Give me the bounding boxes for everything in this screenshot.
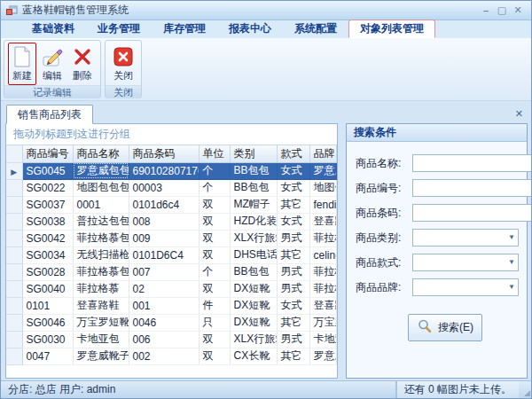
table-cell[interactable]: 女式 [277,179,309,196]
table-cell[interactable]: 其它 [277,246,309,263]
table-cell[interactable]: 0101 [22,297,73,314]
table-cell[interactable]: 双 [199,280,230,297]
table-cell[interactable]: DX短靴 [230,297,277,314]
table-cell[interactable]: 女式 [277,162,309,179]
column-header[interactable]: 品牌 [309,145,337,162]
table-cell[interactable]: 0046 [129,314,199,331]
column-header[interactable]: 商品编号 [22,145,73,162]
ribbon-tab[interactable]: 系统配置 [283,20,348,38]
table-cell[interactable]: BB包包 [230,263,277,280]
table-cell[interactable]: 登喜路 [309,297,337,314]
window-close-button[interactable]: ✕ [510,4,526,16]
column-header[interactable]: 商品条码 [129,145,199,162]
table-cell[interactable]: 男式 [277,230,309,246]
table-row[interactable]: 0101登喜路鞋001件DX短靴女式登喜路 [6,297,337,314]
table-cell[interactable]: 男式 [277,331,309,348]
table-row[interactable]: SG0022地图包包包00003个BB包包女式地图包 [6,179,337,196]
table-cell[interactable]: 件 [199,297,230,314]
table-cell[interactable]: 02 [129,280,199,297]
table-cell[interactable]: 0101D6C4 [129,246,199,263]
toolbar-button[interactable]: 新建 [8,43,36,85]
table-cell[interactable]: SG0030 [22,331,73,348]
toolbar-button[interactable]: 编辑 [38,43,66,85]
table-cell[interactable]: 地图包 [309,179,337,196]
table-row[interactable]: ▶SG0045罗意威包包6901028071765个BB包包女式罗意威 [6,162,337,179]
table-cell[interactable]: 其它 [277,314,309,331]
search-select[interactable]: ▼ [412,278,519,296]
table-cell[interactable]: SG0022 [22,179,73,196]
table-row[interactable]: SG0034无线扫描枪0101D6C4双DHS电话绳其它celine [6,246,337,263]
table-cell[interactable]: 个 [199,162,230,179]
table-row[interactable]: SG0030卡地亚包006双XLX行旅箱男式卡地亚 [6,331,337,348]
table-cell[interactable]: SG0040 [22,280,73,297]
search-input[interactable] [412,179,532,197]
table-cell[interactable]: 万宝罗短靴 [73,314,129,331]
table-cell[interactable]: 只 [199,314,230,331]
table-cell[interactable]: 6901028071765 [129,162,199,179]
minimize-button[interactable]: – [478,5,494,16]
table-row[interactable]: SG0042菲拉格慕包包009双XLX行旅箱男式菲拉格慕 [6,230,337,246]
table-cell[interactable]: 地图包包包 [73,179,129,196]
table-cell[interactable]: SG0034 [22,246,73,263]
toolbar-button[interactable]: 删除 [68,43,97,85]
ribbon-tab[interactable]: 报表中心 [217,20,283,38]
table-row[interactable]: SG0046万宝罗短靴0046只DX短靴其它万宝罗 [6,314,337,331]
table-cell[interactable]: 菲拉格慕包包 [73,230,129,246]
table-cell[interactable]: BB包包 [230,179,277,196]
table-cell[interactable]: 双 [199,230,230,246]
table-cell[interactable]: XLX行旅箱 [230,230,277,246]
search-select[interactable]: ▼ [412,229,519,246]
table-cell[interactable]: 00003 [129,179,199,196]
column-header[interactable]: 商品名称 [73,145,129,162]
search-input[interactable] [412,154,532,172]
toolbar-button[interactable]: 关闭 [109,43,137,85]
table-cell[interactable]: DHS电话绳 [230,246,277,263]
table-cell[interactable]: 0001 [73,196,129,213]
column-header[interactable]: 类别 [230,145,277,162]
table-cell[interactable]: 007 [129,263,199,280]
document-tab[interactable]: 销售商品列表 [6,105,93,124]
table-cell[interactable]: 0047 [22,348,73,364]
table-cell[interactable]: 罗意威靴子 [73,348,129,364]
table-cell[interactable]: CX长靴 [230,348,277,364]
table-cell[interactable]: 登喜路 [309,213,337,230]
table-cell[interactable]: 无线扫描枪 [73,246,129,263]
table-cell[interactable]: 女式 [277,297,309,314]
table-cell[interactable]: 其它 [277,196,309,213]
table-cell[interactable]: 双 [199,331,230,348]
table-cell[interactable]: 双 [199,213,230,230]
table-row[interactable]: SG0028菲拉格慕包包007个BB包包男式菲拉格慕 [6,263,337,280]
table-cell[interactable]: 女式 [277,213,309,230]
search-button[interactable]: 搜索(E) [408,314,482,341]
table-cell[interactable]: SG0037 [22,196,73,213]
maximize-button[interactable]: ▢ [494,4,510,16]
table-cell[interactable]: 006 [129,331,199,348]
table-cell[interactable]: 009 [129,230,199,246]
table-cell[interactable]: 002 [129,348,199,364]
table-row[interactable]: SG003700010101d6c4双MZ帽子其它fendi [6,196,337,213]
table-cell[interactable]: 个 [199,179,230,196]
table-cell[interactable]: 罗意威 [309,348,337,364]
table-cell[interactable]: DX短靴 [230,314,277,331]
table-cell[interactable]: 菲拉格慕 [309,230,337,246]
table-cell[interactable]: 罗意威 [309,162,337,179]
table-cell[interactable]: 男式 [277,280,309,297]
resize-grip-icon[interactable]: ◢ [524,389,530,397]
table-cell[interactable]: SG0042 [22,230,73,246]
table-cell[interactable]: SG0038 [22,213,73,230]
table-cell[interactable]: fendi [309,196,337,213]
table-cell[interactable]: 双 [199,348,230,364]
table-cell[interactable]: DX短靴 [230,280,277,297]
table-cell[interactable]: 菲拉格慕 [309,280,337,297]
table-cell[interactable]: SG0045 [22,162,73,179]
table-cell[interactable]: XLX行旅箱 [230,331,277,348]
table-cell[interactable]: SG0046 [22,314,73,331]
document-close-icon[interactable]: ✕ [515,108,523,120]
column-header[interactable]: 款式 [277,145,309,162]
search-select[interactable]: ▼ [412,254,519,271]
table-cell[interactable]: 个 [199,263,230,280]
table-cell[interactable]: HZD化装袋 [230,213,277,230]
table-cell[interactable]: 双 [199,196,230,213]
table-cell[interactable]: 罗意威包包 [73,162,129,179]
table-cell[interactable]: 男式 [277,263,309,280]
